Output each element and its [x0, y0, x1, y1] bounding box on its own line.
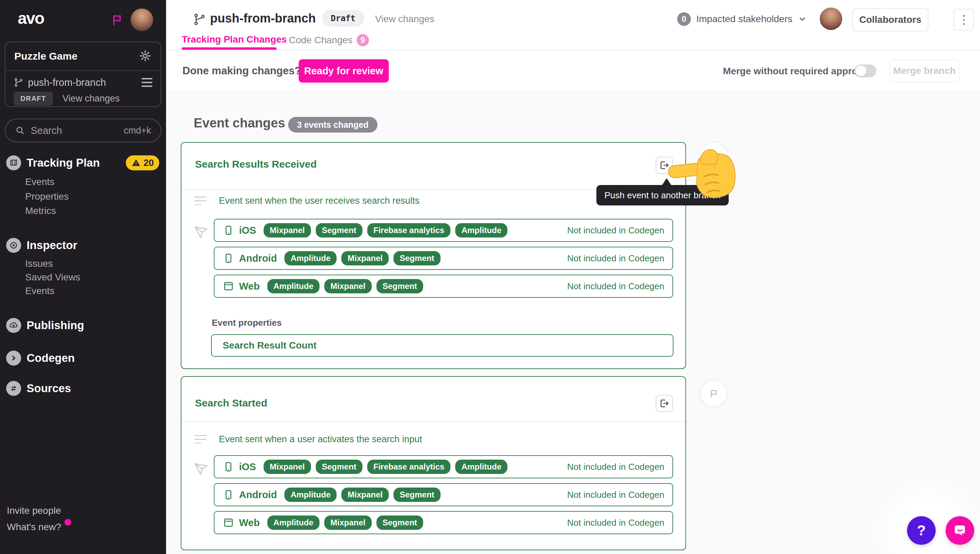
sidebar-item-issues[interactable]: Issues	[25, 258, 53, 269]
platform-row-android[interactable]: Android Amplitude Mixpanel Segment Not i…	[214, 483, 673, 506]
sidebar-item-inspector[interactable]: Inspector	[6, 238, 77, 253]
chevron-circle-icon	[6, 350, 21, 366]
comment-flag-button[interactable]	[700, 380, 727, 407]
platform-row-web[interactable]: Web Amplitude Mixpanel Segment Not inclu…	[214, 275, 673, 298]
description-icon	[195, 197, 207, 205]
sidebar-item-inspector-events[interactable]: Events	[25, 285, 54, 296]
platform-name: Android	[239, 489, 277, 500]
avatar[interactable]	[131, 8, 153, 31]
branch-row[interactable]: push-from-branch	[14, 75, 152, 90]
notification-dot	[64, 519, 71, 526]
warning-badge: 20	[126, 155, 159, 170]
search-input[interactable]	[31, 125, 118, 136]
avatar[interactable]	[820, 8, 842, 30]
event-description-row: Event sent when the user receives search…	[195, 196, 420, 206]
platform-row-android[interactable]: Android Amplitude Mixpanel Segment Not i…	[214, 247, 673, 270]
sidebar-item-label: Codegen	[27, 352, 75, 365]
merge-toggle-label: Merge without required approval	[723, 66, 871, 76]
sidebar-item-label: Inspector	[27, 239, 77, 252]
sidebar: avo Puzzle Game push-from-branch DRAFT V…	[0, 0, 166, 554]
phone-icon	[223, 224, 234, 236]
workspace-panel: Puzzle Game push-from-branch DRAFT View …	[5, 41, 161, 107]
flag-icon[interactable]	[110, 13, 125, 28]
app-root: avo Puzzle Game push-from-branch DRAFT V…	[0, 0, 980, 554]
event-properties-label: Event properties	[212, 318, 282, 328]
divider	[166, 50, 980, 51]
collaborators-button[interactable]: Collaborators	[852, 8, 929, 31]
map-icon	[6, 155, 21, 170]
sidebar-item-metrics[interactable]: Metrics	[25, 205, 56, 217]
description-icon	[195, 435, 207, 444]
done-prompt: Done making changes?	[182, 65, 301, 77]
destination-badge: Firebase analytics	[367, 223, 450, 237]
platform-name: Android	[239, 253, 277, 264]
destination-badge: Segment	[377, 279, 423, 293]
destination-badge: Amplitude	[267, 516, 319, 530]
codegen-note: Not included in Codegen	[567, 225, 664, 236]
chat-button[interactable]	[946, 516, 974, 545]
destination-badge: Segment	[377, 516, 423, 530]
event-description-row: Event sent when a user activates the sea…	[195, 434, 422, 445]
push-event-button[interactable]	[656, 395, 673, 412]
sidebar-item-sources[interactable]: Sources	[6, 381, 71, 396]
search-box[interactable]: cmd+k	[5, 119, 161, 142]
sidebar-item-saved-views[interactable]: Saved Views	[25, 272, 80, 283]
impacted-stakeholders-dropdown[interactable]: 0 Impacted stakeholders	[677, 10, 807, 28]
destination-badge: Segment	[394, 487, 440, 502]
sidebar-item-label: Sources	[27, 382, 71, 395]
platform-row-ios[interactable]: iOS Mixpanel Segment Firebase analytics …	[214, 455, 673, 478]
codegen-note: Not included in Codegen	[567, 517, 664, 528]
platform-name: iOS	[239, 225, 256, 236]
chevron-down-icon	[798, 15, 807, 24]
impacted-count-badge: 0	[677, 12, 691, 26]
gear-icon[interactable]	[139, 50, 152, 63]
ready-for-review-button[interactable]: Ready for review	[299, 59, 389, 83]
event-changes-heading: Event changes	[194, 116, 285, 131]
invite-people-link[interactable]: Invite people	[7, 505, 61, 516]
whats-new-link[interactable]: What's new?	[7, 522, 61, 533]
sidebar-item-publishing[interactable]: Publishing	[6, 318, 84, 333]
tab-code-changes[interactable]: Code Changes 9	[289, 34, 369, 46]
menu-icon[interactable]	[142, 78, 152, 87]
cloud-upload-icon	[6, 318, 21, 333]
sidebar-item-tracking-plan[interactable]: Tracking Plan	[6, 155, 100, 170]
divider	[5, 70, 161, 71]
destination-badge: Mixpanel	[324, 516, 372, 530]
destination-badge: Firebase analytics	[367, 460, 450, 474]
event-card: Search Started Event sent when a user ac…	[181, 376, 686, 550]
event-name[interactable]: Search Results Received	[195, 158, 317, 170]
destination-badge: Segment	[394, 251, 440, 266]
platform-row-ios[interactable]: iOS Mixpanel Segment Firebase analytics …	[214, 219, 673, 242]
divider	[181, 421, 685, 422]
pointing-hand-icon	[664, 142, 742, 207]
branch-status-row: DRAFT View changes	[14, 91, 120, 106]
view-changes-link[interactable]: View changes	[375, 14, 434, 24]
merge-approval-toggle[interactable]	[854, 64, 876, 77]
branch-icon	[14, 77, 24, 88]
warning-icon	[131, 158, 141, 168]
branch-icon	[193, 13, 207, 26]
sidebar-item-codegen[interactable]: Codegen	[6, 350, 75, 366]
event-name[interactable]: Search Started	[195, 397, 267, 409]
help-button[interactable]: ?	[907, 516, 936, 545]
codegen-note: Not included in Codegen	[567, 462, 664, 472]
sidebar-item-events[interactable]: Events	[25, 177, 54, 187]
codegen-note: Not included in Codegen	[567, 253, 664, 264]
workspace-row[interactable]: Puzzle Game	[14, 48, 152, 64]
tab-tracking-plan-changes[interactable]: Tracking Plan Changes	[182, 34, 287, 45]
sidebar-item-properties[interactable]: Properties	[25, 191, 69, 202]
destination-badge: Amplitude	[284, 487, 337, 502]
status-badge: Draft	[322, 10, 364, 27]
view-changes-link[interactable]: View changes	[62, 93, 120, 104]
destination-badge: Mixpanel	[342, 487, 389, 502]
event-property-row[interactable]: Search Result Count	[211, 334, 674, 357]
destination-badge: Amplitude	[267, 279, 319, 293]
event-description: Event sent when the user receives search…	[219, 196, 420, 206]
property-name: Search Result Count	[223, 340, 316, 351]
platform-name: Web	[239, 281, 260, 292]
platform-row-web[interactable]: Web Amplitude Mixpanel Segment Not inclu…	[214, 511, 673, 534]
merge-branch-button[interactable]: Merge branch	[889, 59, 959, 83]
destination-badge: Mixpanel	[263, 460, 311, 474]
avo-logo[interactable]: avo	[18, 9, 44, 28]
kebab-menu-button[interactable]	[953, 9, 974, 31]
